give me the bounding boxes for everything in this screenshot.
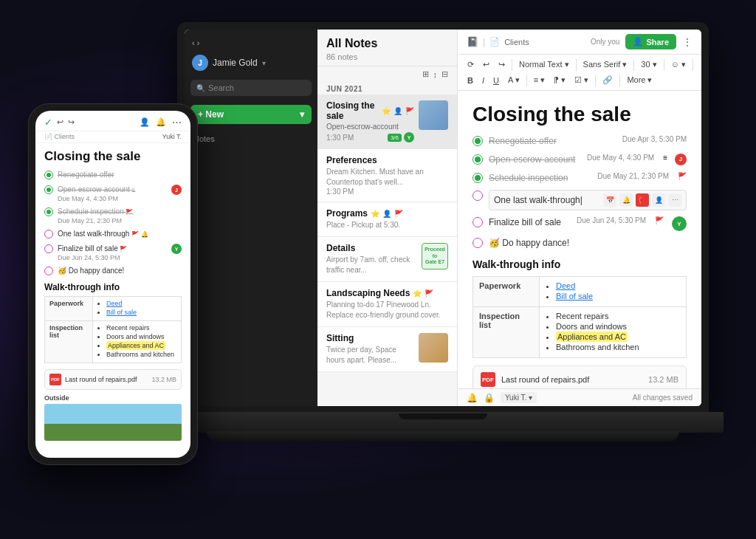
redo-icon[interactable]: ↪ <box>68 117 75 127</box>
more-options-icon[interactable]: ⋮ <box>682 36 693 48</box>
phone-task-item[interactable]: 🥳 Do happy dance! <box>44 266 182 276</box>
text-style-selector[interactable]: Normal Text ▾ <box>515 58 573 72</box>
list-item: Recent repairs <box>556 312 680 320</box>
task-checkbox[interactable] <box>44 207 53 216</box>
app-layout: ‹ › J Jamie Gold ▾ 🔍 Search + New ▾ <box>185 30 701 406</box>
task-checkbox[interactable] <box>472 154 483 165</box>
note-card[interactable]: Closing the sale ⭐👤🚩 Open-escrow-account… <box>317 95 457 149</box>
bill-of-sale-link[interactable]: Bill of sale <box>556 292 593 301</box>
phone-task-item[interactable]: Finalize bill of sale 🚩 Due Jun 24, 5:30… <box>44 244 182 261</box>
task-checkbox[interactable] <box>44 171 53 179</box>
task-due: Due May 4, 4:30 PM <box>587 154 654 162</box>
task-checkbox[interactable] <box>44 185 53 194</box>
redo-button[interactable]: ↪ <box>495 58 509 72</box>
calendar-icon[interactable]: 📅 <box>603 193 616 207</box>
task-item[interactable]: Schedule inspection Due May 21, 2:30 PM … <box>472 172 687 185</box>
task-checkbox[interactable] <box>472 136 483 146</box>
toolbar-divider <box>619 75 620 86</box>
pdf-attachment[interactable]: PDF Last round of repairs.pdf 13.2 MB <box>472 365 687 388</box>
underline-button[interactable]: U <box>489 74 503 87</box>
bell-icon[interactable]: 🔔 <box>156 117 166 127</box>
more-toolbar-button[interactable]: More ▾ <box>623 73 656 87</box>
bell-icon[interactable]: 🔔 <box>619 193 633 207</box>
flag-icon[interactable]: 🚩 <box>636 193 649 207</box>
footer-left: 🔔 🔒 Yuki T. ▾ <box>467 392 537 403</box>
undo-button[interactable]: ↩ <box>479 58 493 72</box>
task-item[interactable]: One last walk-through| 📅 🔔 🚩 👤 ⋯ <box>472 190 687 210</box>
new-button-label: + New <box>198 109 224 120</box>
link-button[interactable]: 🔗 <box>599 73 616 87</box>
assign-icon[interactable]: 👤 <box>652 193 665 207</box>
task-text: Schedule inspection 🚩 <box>58 207 182 217</box>
note-card[interactable]: Sitting Twice per day, Space hours apart… <box>317 327 457 372</box>
italic-button[interactable]: I <box>478 74 488 87</box>
task-checkbox[interactable] <box>44 230 53 238</box>
task-checkbox[interactable] <box>472 217 483 227</box>
doc-icon: 📄 <box>44 133 52 140</box>
font-size-selector[interactable]: 30 ▾ <box>637 58 660 72</box>
sync-icon[interactable]: ⟳ <box>464 58 478 72</box>
bullet-list-button[interactable]: ≡ ▾ <box>530 73 549 87</box>
pdf-icon: PDF <box>49 374 61 385</box>
font-selector[interactable]: Sans Serif ▾ <box>580 58 631 72</box>
undo-icon[interactable]: ↩ <box>57 117 63 127</box>
sidebar-search[interactable]: 🔍 Search <box>190 80 312 96</box>
note-card[interactable]: Preferences Dream Kitchen. Must have an … <box>317 149 457 202</box>
chevron-icon: ▾ <box>262 59 266 67</box>
flag-icon: ≡ <box>663 154 667 162</box>
check-icon[interactable]: ✓ <box>44 117 52 128</box>
bell-icon[interactable]: 🔔 <box>467 393 478 403</box>
share-button[interactable]: 👤 Share <box>625 34 676 49</box>
checklist-button[interactable]: ☑ ▾ <box>571 73 592 87</box>
editor-toolbar: ⟳ ↩ ↪ Normal Text ▾ Sans Serif ▾ 30 ▾ ☺ … <box>458 55 701 91</box>
new-button[interactable]: + New ▾ <box>190 105 312 124</box>
toolbar-divider <box>576 59 577 71</box>
task-active-field[interactable]: One last walk-through| 📅 🔔 🚩 👤 ⋯ <box>489 190 687 210</box>
numbered-list-button[interactable]: ⁋ ▾ <box>550 73 569 87</box>
note-card[interactable]: Details Airport by 7am. off, check traff… <box>317 237 457 282</box>
grid-icon[interactable]: ⊟ <box>441 69 448 79</box>
task-checkbox[interactable] <box>472 238 483 248</box>
editor-breadcrumb: 📓 | 📄 Clients <box>467 36 585 47</box>
note-title: Landscaping Needs ⭐🚩 <box>326 288 448 298</box>
note-card[interactable]: Programs ⭐👤🚩 Place - Pickup at 5:30. <box>317 202 457 237</box>
lock-icon[interactable]: 🔒 <box>484 393 495 403</box>
yuki-tag[interactable]: Yuki T. ▾ <box>501 392 537 403</box>
table-content: Recent repairs Doors and windows Applian… <box>540 307 687 358</box>
task-checkbox[interactable] <box>472 173 483 183</box>
phone-doc-title: Closing the sale <box>44 149 182 164</box>
task-item[interactable]: Renegotiate offer Due Apr 3, 5:30 PM <box>472 135 687 148</box>
more-icon[interactable]: ⋯ <box>172 117 182 128</box>
phone-content: Closing the sale Renegotiate offer Open-… <box>35 143 190 458</box>
task-item[interactable]: 🥳 Do happy dance! <box>472 237 687 250</box>
user-icon[interactable]: 👤 <box>140 117 150 127</box>
task-item[interactable]: Open-escrow-account Due May 4, 4:30 PM ≡… <box>472 154 687 166</box>
bill-of-sale-link[interactable]: Bill of sale <box>106 309 137 316</box>
sort-icon[interactable]: ↕ <box>433 70 438 79</box>
phone-task-item[interactable]: Open-escrow-account ≡ Due May 4, 4:30 PM… <box>44 185 182 202</box>
task-checkbox[interactable] <box>44 244 53 253</box>
phone-outside-label: Outside <box>44 394 182 402</box>
emoji-button[interactable]: ☺ ▾ <box>667 58 690 72</box>
task-item[interactable]: Finalize bill of sale Due Jun 24, 5:30 P… <box>472 216 687 231</box>
more-task-icon[interactable]: ⋯ <box>668 193 681 207</box>
task-checkbox[interactable] <box>472 190 483 201</box>
deed-link[interactable]: Deed <box>106 300 123 307</box>
avatar: J <box>675 154 687 165</box>
sidebar-user[interactable]: J Jamie Gold ▾ <box>185 50 317 75</box>
dog-thumbnail <box>419 333 448 363</box>
phone-pdf-attachment[interactable]: PDF Last round of repairs.pdf 13.2 MB <box>44 369 182 390</box>
phone-task-item[interactable]: Schedule inspection 🚩 Due May 21, 2:30 P… <box>44 207 182 224</box>
task-text: One last walk-through| <box>494 195 583 205</box>
sidebar-back-btn[interactable]: ‹ › <box>185 35 317 50</box>
phone-task-item[interactable]: Renegotiate offer <box>44 170 182 180</box>
walk-through-table: Paperwork Deed Bill of sale Inspection l… <box>472 276 687 358</box>
task-checkbox[interactable] <box>44 267 53 275</box>
note-card[interactable]: Landscaping Needs ⭐🚩 Planning to-do 17 P… <box>317 282 457 327</box>
filter-icon[interactable]: ⊞ <box>422 69 429 79</box>
sidebar-notes-label[interactable]: Notes <box>185 131 317 146</box>
bold-button[interactable]: B <box>464 74 477 87</box>
highlight-button[interactable]: A ▾ <box>504 73 523 87</box>
phone-task-item[interactable]: One last walk-through 🚩 🔔 <box>44 229 182 239</box>
deed-link[interactable]: Deed <box>556 281 575 290</box>
